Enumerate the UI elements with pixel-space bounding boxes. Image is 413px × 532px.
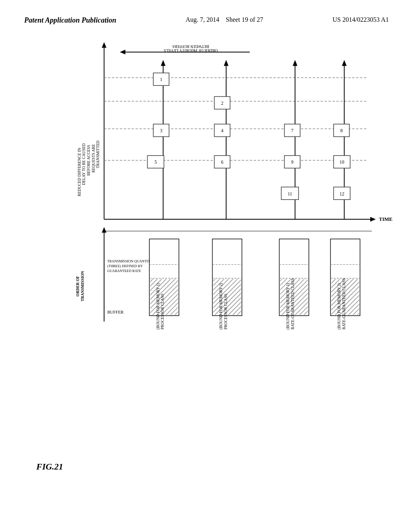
svg-marker-21	[224, 60, 229, 66]
svg-text:ORDER OF: ORDER OF	[75, 276, 80, 296]
svg-text:BETWEEN BUFFERS: BETWEEN BUFFERS	[172, 44, 209, 49]
svg-text:3: 3	[160, 128, 163, 133]
svg-text:1: 1	[160, 77, 163, 82]
diagram-svg: TIME REDUCED DIFFERENCE IN DELAY TO BE C…	[73, 35, 403, 341]
pub-date: Aug. 7, 2014	[186, 16, 219, 23]
svg-text:REDUCED DIFFERENCE IN: REDUCED DIFFERENCE IN	[77, 148, 81, 196]
sheet-info: Sheet 19 of 27	[226, 16, 263, 23]
svg-text:(BOUND FOR MEMORY 1): (BOUND FOR MEMORY 1)	[156, 283, 161, 329]
svg-text:(THREE) DEFINED BY: (THREE) DEFINED BY	[107, 264, 143, 268]
svg-marker-3	[370, 217, 376, 222]
svg-text:PROCESSOR CLASS: PROCESSOR CLASS	[160, 294, 165, 330]
svg-text:4: 4	[221, 128, 223, 133]
svg-text:10: 10	[340, 160, 344, 165]
svg-text:TRANSMISSION QUANTITY: TRANSMISSION QUANTITY	[107, 259, 153, 263]
svg-text:BUFFER: BUFFER	[107, 310, 124, 314]
svg-text:(BOUND FOR MEMORY 2): (BOUND FOR MEMORY 2)	[219, 283, 223, 329]
svg-marker-11	[120, 50, 125, 54]
svg-text:BEFORE ACCESS: BEFORE ACCESS	[86, 145, 91, 176]
svg-text:TRANSMITTED: TRANSMITTED	[96, 141, 100, 168]
svg-text:6: 6	[221, 160, 223, 165]
svg-text:RATE-GUARANTEED CLASS: RATE-GUARANTEED CLASS	[290, 278, 295, 329]
svg-text:(BOUND FOR MEMORY 2): (BOUND FOR MEMORY 2)	[337, 283, 342, 329]
svg-text:REQUESTS ARE: REQUESTS ARE	[91, 144, 96, 172]
header-date-sheet: Aug. 7, 2014 Sheet 19 of 27	[186, 16, 263, 23]
svg-text:TIME: TIME	[379, 216, 392, 222]
svg-text:DELAY TO BE CAUSED: DELAY TO BE CAUSED	[81, 143, 86, 185]
svg-marker-1	[102, 42, 106, 48]
svg-text:ORDER OF PRIORITY LEVELS: ORDER OF PRIORITY LEVELS	[164, 48, 218, 53]
patent-number: US 2014/0223053 A1	[332, 16, 389, 23]
svg-text:GUARANTEED RATE: GUARANTEED RATE	[107, 269, 141, 273]
svg-text:7: 7	[291, 128, 294, 133]
svg-text:PROCESSOR CLASS: PROCESSOR CLASS	[223, 294, 228, 330]
svg-text:8: 8	[340, 128, 343, 133]
svg-text:5: 5	[154, 160, 157, 165]
svg-marker-19	[161, 60, 166, 66]
svg-text:9: 9	[291, 160, 294, 165]
header: Patent Application Publication Aug. 7, 2…	[24, 16, 389, 25]
figure-container: FIG.21 TIME REDUCED DIFFERENCE IN DELAY …	[24, 29, 389, 504]
svg-text:12: 12	[340, 191, 344, 197]
figure-label: FIG.21	[36, 461, 63, 472]
svg-marker-54	[102, 227, 106, 233]
svg-text:TRANSMISSION: TRANSMISSION	[80, 271, 85, 301]
svg-marker-25	[342, 60, 347, 66]
svg-text:(BOUND FOR MEMORY 1): (BOUND FOR MEMORY 1)	[286, 283, 290, 329]
page-container: Patent Application Publication Aug. 7, 2…	[0, 0, 413, 532]
svg-text:2: 2	[221, 101, 223, 106]
publication-title: Patent Application Publication	[24, 16, 116, 25]
svg-text:RATE-GUARANTEED CLASS: RATE-GUARANTEED CLASS	[342, 278, 346, 329]
svg-marker-23	[293, 60, 298, 66]
svg-text:11: 11	[288, 191, 292, 197]
